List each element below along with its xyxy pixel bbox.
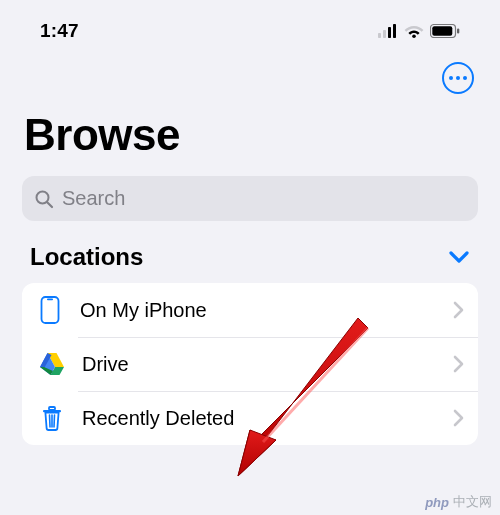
drive-icon <box>38 350 66 378</box>
status-bar: 1:47 <box>20 20 480 56</box>
svg-rect-11 <box>47 299 53 301</box>
search-icon <box>34 189 54 209</box>
search-input[interactable]: Search <box>22 176 478 221</box>
svg-line-19 <box>50 415 51 427</box>
chevron-right-icon <box>453 355 464 373</box>
cellular-icon <box>378 24 398 38</box>
chevron-right-icon <box>453 301 464 319</box>
svg-point-4 <box>412 34 416 38</box>
svg-rect-2 <box>388 27 391 38</box>
iphone-icon <box>36 296 64 324</box>
list-item-on-my-iphone[interactable]: On My iPhone <box>22 283 478 337</box>
status-indicators <box>378 24 460 38</box>
chevron-right-icon <box>453 409 464 427</box>
watermark: php 中文网 <box>425 493 492 511</box>
svg-rect-18 <box>49 407 55 410</box>
trash-icon <box>38 404 66 432</box>
svg-rect-3 <box>393 24 396 38</box>
search-placeholder: Search <box>62 187 125 210</box>
svg-line-21 <box>54 415 55 427</box>
more-button[interactable] <box>442 62 474 94</box>
list-item-label: Recently Deleted <box>82 407 453 430</box>
locations-title: Locations <box>30 243 143 271</box>
svg-rect-6 <box>432 26 452 35</box>
svg-line-9 <box>47 202 52 207</box>
list-item-recently-deleted[interactable]: Recently Deleted <box>22 391 478 445</box>
svg-rect-10 <box>42 297 59 323</box>
svg-rect-0 <box>378 33 381 38</box>
svg-rect-1 <box>383 30 386 38</box>
locations-header[interactable]: Locations <box>20 243 480 283</box>
locations-list: On My iPhone Drive <box>22 283 478 445</box>
svg-rect-7 <box>457 29 459 34</box>
battery-icon <box>430 24 460 38</box>
list-item-label: On My iPhone <box>80 299 453 322</box>
status-time: 1:47 <box>40 20 79 42</box>
list-item-label: Drive <box>82 353 453 376</box>
wifi-icon <box>404 24 424 38</box>
chevron-down-icon <box>448 250 470 264</box>
list-item-drive[interactable]: Drive <box>22 337 478 391</box>
page-title: Browse <box>20 104 480 176</box>
